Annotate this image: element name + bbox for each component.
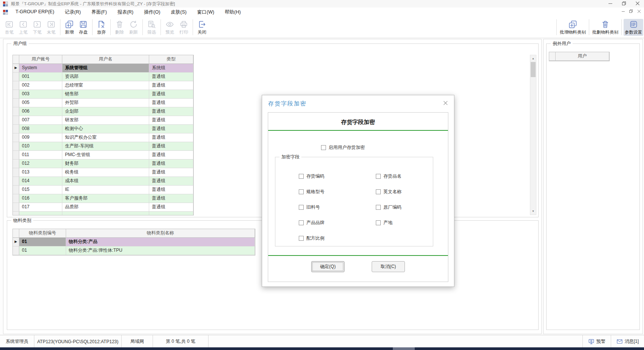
- cell[interactable]: 客户服务部: [62, 194, 149, 203]
- field-checkbox[interactable]: 存货编码: [299, 173, 376, 180]
- checkbox-icon[interactable]: [299, 220, 304, 225]
- message-button[interactable]: 消息[1]: [611, 335, 644, 348]
- cell[interactable]: 资讯部: [62, 73, 149, 81]
- cell[interactable]: 总经理室: [62, 81, 149, 90]
- row-header[interactable]: [13, 107, 19, 116]
- toolbar-button[interactable]: 关闭: [195, 19, 209, 36]
- cell[interactable]: 系统管理组: [62, 64, 149, 73]
- toolbar-button[interactable]: 批删物料类别: [591, 19, 619, 36]
- row-header[interactable]: [13, 246, 19, 255]
- scroll-up-icon[interactable]: ▲: [530, 56, 536, 62]
- column-header[interactable]: 物料类别编号: [19, 229, 66, 238]
- column-header[interactable]: 用户账号: [19, 55, 62, 64]
- dialog-titlebar[interactable]: 存货字段加密: [262, 95, 454, 112]
- toolbar-button[interactable]: 参数设置: [624, 19, 643, 36]
- child-restore-button[interactable]: [629, 9, 633, 13]
- cell[interactable]: 017: [19, 203, 62, 212]
- cell[interactable]: 014: [19, 177, 62, 186]
- dialog-close-button[interactable]: [443, 100, 448, 107]
- scrollbar-thumb[interactable]: [531, 62, 536, 77]
- cell[interactable]: 普通组: [149, 168, 193, 177]
- cell[interactable]: 研发部: [62, 116, 149, 125]
- cell[interactable]: 普通组: [149, 116, 193, 125]
- field-checkbox[interactable]: 旧料号: [299, 204, 376, 211]
- row-header[interactable]: [13, 203, 19, 212]
- ok-button[interactable]: 确定(Q): [311, 261, 344, 272]
- checkbox-icon[interactable]: [376, 189, 381, 194]
- cell[interactable]: [62, 212, 149, 215]
- field-checkbox[interactable]: 英文名称: [376, 189, 433, 195]
- menu-item[interactable]: 操作(O): [139, 8, 165, 17]
- checkbox-icon[interactable]: [299, 236, 304, 241]
- alert-button[interactable]: 预警: [582, 335, 611, 348]
- cell[interactable]: 成本组: [62, 177, 149, 186]
- cell[interactable]: 普通组: [149, 81, 193, 90]
- cell[interactable]: 016: [19, 194, 62, 203]
- row-header[interactable]: [13, 125, 19, 133]
- row-header[interactable]: [13, 116, 19, 125]
- cell[interactable]: 普通组: [149, 73, 193, 81]
- toolbar-button[interactable]: 放弃: [94, 19, 108, 36]
- cell[interactable]: 外贸部: [62, 99, 149, 107]
- cell[interactable]: 普通组: [149, 160, 193, 168]
- cell[interactable]: 013: [19, 168, 62, 177]
- row-header[interactable]: [13, 194, 19, 203]
- row-header[interactable]: [13, 133, 19, 142]
- cell[interactable]: 普通组: [149, 151, 193, 160]
- cell[interactable]: 005: [19, 99, 62, 107]
- cell[interactable]: 普通组: [149, 90, 193, 99]
- checkbox-icon[interactable]: [299, 205, 304, 210]
- cell[interactable]: 015: [19, 186, 62, 194]
- row-header[interactable]: [13, 142, 19, 151]
- cell[interactable]: 01: [19, 238, 66, 246]
- cell[interactable]: 物料分类:产品: [66, 238, 255, 246]
- column-header[interactable]: 用户名: [62, 55, 149, 64]
- menu-item[interactable]: T-GROUP ERP(E): [10, 8, 60, 17]
- field-checkbox[interactable]: 原厂编码: [376, 204, 433, 211]
- row-header[interactable]: [13, 160, 19, 168]
- cell[interactable]: 品质部: [62, 203, 149, 212]
- row-header[interactable]: [13, 99, 19, 107]
- menu-item[interactable]: 报表(R): [112, 8, 139, 17]
- checkbox-icon[interactable]: [299, 189, 304, 194]
- toolbar-button[interactable]: 存盘: [76, 19, 90, 36]
- cell[interactable]: 011: [19, 151, 62, 160]
- cell[interactable]: 检测中心: [62, 125, 149, 133]
- cell[interactable]: 普通组: [149, 203, 193, 212]
- vertical-scrollbar[interactable]: ▲ ▼: [530, 55, 536, 215]
- field-checkbox[interactable]: 产品品牌: [299, 220, 376, 226]
- cancel-button[interactable]: 取消(C): [372, 261, 405, 272]
- child-minimize-button[interactable]: [621, 9, 625, 13]
- cell[interactable]: 销售部: [62, 90, 149, 99]
- field-checkbox[interactable]: 存货品名: [376, 173, 433, 180]
- field-checkbox[interactable]: 规格型号: [299, 189, 376, 195]
- row-header[interactable]: [13, 177, 19, 186]
- field-checkbox[interactable]: 产地: [376, 220, 433, 226]
- column-header[interactable]: 用户: [556, 52, 609, 61]
- cell[interactable]: [19, 212, 62, 215]
- field-checkbox[interactable]: 配方比例: [299, 235, 376, 242]
- cell[interactable]: 企划部: [62, 107, 149, 116]
- checkbox-icon[interactable]: [376, 174, 381, 179]
- menu-item[interactable]: 界面(F): [86, 8, 112, 17]
- cell[interactable]: 009: [19, 133, 62, 142]
- child-close-button[interactable]: [637, 9, 641, 13]
- cell[interactable]: 012: [19, 160, 62, 168]
- checkbox-icon[interactable]: [299, 174, 304, 179]
- taskbar-item[interactable]: [393, 347, 415, 350]
- cell[interactable]: 财务部: [62, 160, 149, 168]
- cell[interactable]: [149, 212, 193, 215]
- menu-item[interactable]: 帮助(H): [219, 8, 246, 17]
- minimize-button[interactable]: [608, 1, 613, 6]
- cell[interactable]: 普通组: [149, 107, 193, 116]
- row-header[interactable]: [13, 90, 19, 99]
- row-header[interactable]: [13, 151, 19, 160]
- cell[interactable]: IE: [62, 186, 149, 194]
- cell[interactable]: 知识产权办公室: [62, 133, 149, 142]
- cell[interactable]: 系统组: [149, 64, 193, 73]
- cell[interactable]: 普通组: [149, 142, 193, 151]
- checkbox-icon[interactable]: [376, 205, 381, 210]
- cell[interactable]: 008: [19, 125, 62, 133]
- menu-item[interactable]: 窗口(W): [192, 8, 219, 17]
- close-button[interactable]: [635, 1, 640, 6]
